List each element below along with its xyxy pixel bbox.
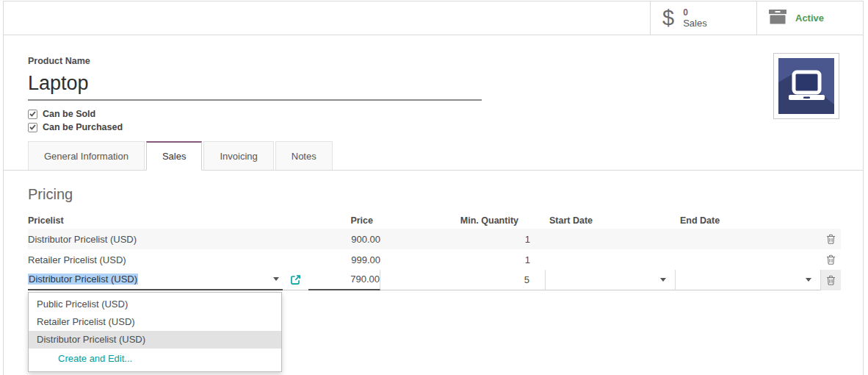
pricelist-many2one-input[interactable]: Distributor Pricelist (USD)	[28, 270, 283, 290]
pricing-section: Pricing Pricelist Price Min. Quantity St…	[28, 185, 841, 290]
dropdown-option[interactable]: Retailer Pricelist (USD)	[29, 313, 281, 331]
open-record-button[interactable]	[283, 270, 308, 290]
checkmark-icon	[29, 124, 36, 130]
cell-pricelist[interactable]: Retailer Pricelist (USD)	[28, 254, 308, 265]
table-header-row: Pricelist Price Min. Quantity Start Date…	[28, 213, 841, 229]
active-toggle-button[interactable]: Active	[756, 1, 863, 35]
form-sheet: Product Name Laptop Can be Sold Can be P…	[4, 35, 863, 290]
product-name-input[interactable]: Laptop	[28, 70, 482, 101]
caret-down-icon	[806, 278, 811, 282]
product-image[interactable]	[773, 53, 839, 119]
can-be-sold-checkbox[interactable]	[28, 110, 37, 119]
tab-invoicing[interactable]: Invoicing	[203, 141, 273, 170]
delete-row-button[interactable]	[821, 270, 841, 290]
min-quantity-input[interactable]: 5	[380, 270, 546, 290]
dropdown-option-highlighted[interactable]: Distributor Pricelist (USD)	[29, 331, 281, 349]
trash-icon	[826, 275, 836, 285]
table-row[interactable]: Distributor Pricelist (USD) 900.00 1	[28, 229, 841, 249]
sales-stat-button[interactable]: $ 0 Sales	[650, 1, 756, 35]
laptop-icon	[778, 58, 834, 114]
can-be-sold-label: Can be Sold	[43, 109, 95, 119]
delete-row-button[interactable]	[821, 249, 841, 270]
notebook-tabs: General Information Sales Invoicing Note…	[4, 141, 863, 171]
cell-pricelist[interactable]: Distributor Pricelist (USD)	[28, 234, 308, 245]
can-be-purchased-row: Can be Purchased	[28, 121, 863, 134]
archive-box-icon	[769, 9, 786, 27]
pricelist-selected-text: Distributor Pricelist (USD)	[28, 274, 138, 285]
tab-notes[interactable]: Notes	[275, 141, 333, 170]
col-header-start-date[interactable]: Start Date	[546, 215, 676, 226]
create-and-edit-option[interactable]: Create and Edit...	[29, 349, 281, 368]
can-be-sold-row: Can be Sold	[28, 107, 863, 121]
table-row-editing[interactable]: Distributor Pricelist (USD) 790.00 5	[28, 270, 841, 290]
cell-price[interactable]: 900.00	[308, 234, 380, 245]
cell-pricelist-editing: Distributor Pricelist (USD)	[28, 270, 308, 290]
col-header-min-quantity[interactable]: Min. Quantity	[380, 215, 546, 226]
sales-stat-label: Sales	[683, 18, 707, 29]
pricing-title: Pricing	[28, 185, 841, 203]
trash-icon	[826, 234, 836, 244]
tab-general-information[interactable]: General Information	[28, 141, 145, 170]
pricelist-table: Pricelist Price Min. Quantity Start Date…	[28, 213, 841, 290]
cell-price[interactable]: 999.00	[308, 254, 380, 265]
cell-min-quantity[interactable]: 1	[380, 254, 546, 265]
pricelist-dropdown: Public Pricelist (USD) Retailer Pricelis…	[28, 292, 282, 372]
price-input[interactable]: 790.00	[308, 270, 380, 290]
end-date-input[interactable]	[676, 270, 821, 290]
can-be-purchased-label: Can be Purchased	[43, 122, 123, 132]
product-form-window: $ 0 Sales Active Product Name Laptop	[3, 1, 864, 375]
can-be-purchased-checkbox[interactable]	[28, 123, 37, 132]
col-header-price[interactable]: Price	[308, 215, 380, 226]
col-header-end-date[interactable]: End Date	[676, 215, 821, 226]
start-date-input[interactable]	[546, 270, 676, 290]
dropdown-option[interactable]: Public Pricelist (USD)	[29, 296, 281, 313]
caret-down-icon	[660, 278, 666, 282]
external-link-icon	[290, 274, 301, 285]
sales-count: 0	[683, 7, 707, 18]
active-status-label: Active	[795, 12, 824, 24]
dollar-icon: $	[662, 7, 674, 29]
form-topbar: $ 0 Sales Active	[4, 1, 863, 35]
checkmark-icon	[29, 111, 36, 117]
col-header-pricelist[interactable]: Pricelist	[28, 215, 308, 226]
table-row[interactable]: Retailer Pricelist (USD) 999.00 1	[28, 249, 841, 270]
sale-purchase-checkboxes: Can be Sold Can be Purchased	[28, 107, 863, 134]
col-header-actions	[821, 213, 841, 229]
delete-row-button[interactable]	[821, 229, 841, 249]
caret-down-icon[interactable]	[273, 277, 279, 281]
trash-icon	[826, 254, 836, 265]
product-name-label: Product Name	[28, 56, 863, 67]
tab-sales[interactable]: Sales	[146, 141, 203, 171]
cell-min-quantity[interactable]: 1	[380, 234, 546, 245]
